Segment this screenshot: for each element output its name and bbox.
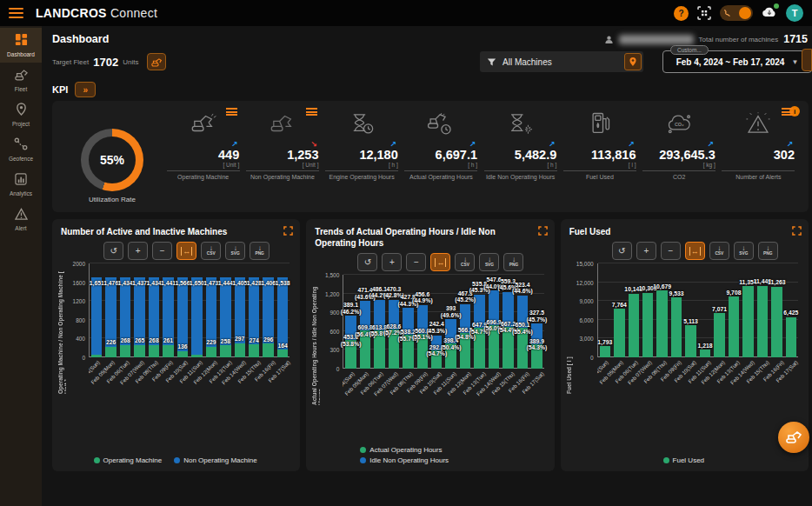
kpi-card-menu-icon[interactable]	[226, 108, 237, 116]
bar-value-label: 9,708	[726, 290, 741, 296]
zoom-out-button[interactable]: −	[406, 253, 426, 271]
bar-segment	[249, 277, 259, 344]
legend-item-actual-operating-hours[interactable]: Actual Operating Hours	[360, 446, 547, 454]
avatar[interactable]: T	[786, 4, 803, 22]
bar-column: 2291,473	[206, 263, 216, 357]
bar-segment	[445, 319, 456, 343]
kpi-unit: [ h ]	[468, 162, 477, 169]
machine-filter-select[interactable]: All Machines	[480, 51, 643, 72]
fit-width-button[interactable]: ↔	[176, 242, 196, 260]
panel-operating-hours-trends: Trends of Actual Operating Hours / Idle …	[306, 219, 554, 471]
download-csv-button[interactable]: ↓CSV	[709, 242, 729, 260]
reset-zoom-button[interactable]: ↺	[357, 253, 377, 271]
bar-column: 398.4 (50.4%)393 (49.6%)	[445, 275, 456, 369]
cloud-download-icon[interactable]	[762, 5, 777, 21]
kpi-unit: [ kg ]	[703, 162, 715, 169]
layout-edge-button[interactable]	[802, 49, 812, 71]
legend-label: Operating Machine	[103, 456, 163, 464]
y-tick-label: 0	[336, 366, 340, 372]
sidebar-item-project[interactable]: Project	[0, 97, 42, 132]
bar-segment	[360, 330, 370, 369]
divider	[167, 170, 240, 171]
download-svg-button[interactable]: ↓SVG	[734, 242, 754, 260]
bar-column: 1,650	[191, 263, 202, 357]
zoom-out-button[interactable]: −	[152, 242, 172, 260]
bar-segment	[177, 351, 188, 357]
bar-segment	[460, 304, 470, 334]
y-tick-label: 0	[82, 355, 85, 361]
download-png-button[interactable]: ↓PNG	[503, 253, 523, 271]
sidebar-item-dashboard[interactable]: Dashboard	[0, 28, 42, 63]
y-axis: 03006009001,2001,500	[320, 275, 343, 369]
plot-area: 453.8 (53.8%)389.1 (46.2%)609.8 (56.4%)4…	[343, 275, 543, 369]
date-range-picker[interactable]: Custom... Feb 4, 2024 ~ Feb 17, 2024 ▼	[662, 50, 812, 73]
legend-item-operating-machine[interactable]: Operating Machine	[94, 456, 163, 464]
excavator-icon	[785, 430, 802, 444]
zoom-in-button[interactable]: +	[382, 253, 402, 271]
kpi-panel: i 55% Utilization Rate ↗449[ Unit ]Opera…	[52, 101, 809, 212]
kpi-card-menu-icon[interactable]	[306, 108, 317, 116]
sidebar-item-geofence[interactable]: Geofence	[0, 132, 42, 167]
support-fab-button[interactable]	[778, 422, 809, 453]
divider	[642, 170, 715, 171]
x-axis: Feb 04(Sun)Feb 05(Mon)Feb 06(Tue)Feb 07(…	[89, 357, 293, 403]
bar-value-label: 389.1 (46.2%)	[341, 302, 362, 315]
bar-segment	[714, 313, 724, 357]
bar-column: 538.2 (55.7%)427.8 (44.3%)	[403, 275, 413, 369]
zoom-in-button[interactable]: +	[636, 242, 656, 260]
sidebar-item-label: Project	[12, 121, 30, 127]
machine-type-button[interactable]	[147, 53, 166, 70]
sidebar-item-analytics[interactable]: Analytics	[0, 167, 42, 202]
legend-item-fuel-used[interactable]: Fuel Used	[663, 456, 704, 464]
download-svg-button[interactable]: ↓SVG	[225, 242, 245, 260]
kpi-expand-button[interactable]: »	[75, 82, 96, 97]
hamburger-menu-icon[interactable]	[9, 5, 23, 21]
kpi-unit: [ h ]	[547, 162, 556, 169]
kpi-card-number-of-alerts: ↗302Number of Alerts	[719, 106, 798, 203]
y-tick-label: 12,000	[576, 279, 594, 285]
reset-zoom-button[interactable]: ↺	[103, 242, 123, 260]
zoom-in-button[interactable]: +	[128, 242, 148, 260]
legend-item-idle-non-operating-hours[interactable]: Idle Non Operating Hours	[360, 456, 547, 464]
expand-icon[interactable]	[792, 226, 802, 236]
download-png-button[interactable]: ↓PNG	[250, 242, 270, 260]
help-icon[interactable]: ?	[674, 6, 689, 21]
hourglass-clock-icon	[348, 106, 376, 136]
download-csv-button[interactable]: ↓CSV	[455, 253, 475, 271]
total-machines-value: 1715	[783, 33, 809, 45]
qr-scan-icon[interactable]	[697, 6, 711, 20]
kpi-card-menu-icon[interactable]	[782, 108, 793, 116]
sidebar-item-alert[interactable]: Alert	[0, 202, 42, 236]
expand-icon[interactable]	[283, 226, 293, 236]
bar-segment	[220, 277, 230, 345]
zoom-out-button[interactable]: −	[661, 242, 681, 260]
bar-segment	[263, 277, 273, 343]
legend-item-non-operating-machine[interactable]: Non Operating Machine	[174, 456, 257, 464]
bar-column: 609.8 (56.4%)471.4 (43.6%)	[360, 275, 370, 369]
sidebar-item-fleet[interactable]: Fleet	[0, 63, 42, 97]
download-svg-button[interactable]: ↓SVG	[479, 253, 499, 271]
bar-segment	[105, 347, 116, 357]
bar-column: 10,142	[629, 263, 639, 357]
bar-segment	[489, 290, 499, 324]
legend-dot	[663, 457, 669, 463]
legend-dot	[174, 457, 180, 463]
download-csv-button[interactable]: ↓CSV	[201, 242, 221, 260]
download-png-button[interactable]: ↓PNG	[758, 242, 778, 260]
fit-width-button[interactable]: ↔	[685, 242, 705, 260]
reset-zoom-button[interactable]: ↺	[612, 242, 632, 260]
bar-segment	[431, 350, 442, 369]
call-toggle[interactable]	[720, 5, 753, 21]
bar-segment	[149, 277, 159, 344]
brand-bold: LANDCROS	[36, 6, 107, 20]
expand-icon[interactable]	[538, 226, 548, 236]
bar-column: 2651,437	[134, 263, 144, 357]
location-pin-button[interactable]	[624, 53, 642, 70]
x-axis: Feb 04(Sun)Feb 05(Mon)Feb 06(Tue)Feb 07(…	[597, 357, 802, 403]
bar-value-label: 10,305	[639, 285, 657, 292]
fit-width-button[interactable]: ↔	[430, 253, 450, 271]
kpi-name: Idle Non Operating Hours	[486, 174, 555, 180]
bar-segment	[206, 277, 216, 347]
geofence-icon	[14, 137, 28, 154]
person-icon	[604, 35, 614, 44]
